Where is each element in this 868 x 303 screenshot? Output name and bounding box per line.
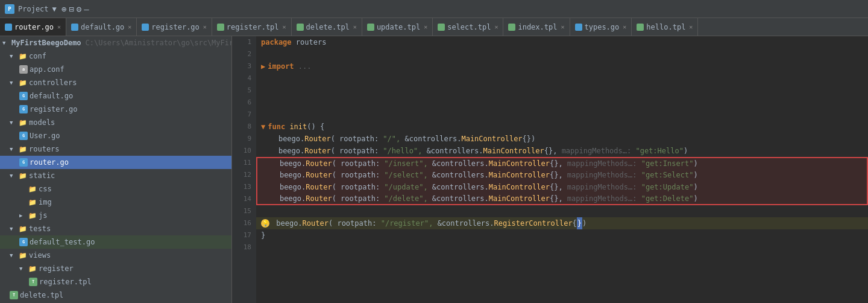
sidebar-item-app-conf[interactable]: a app.conf xyxy=(0,63,231,76)
tab-delete-tpl[interactable]: delete.tpl ✕ xyxy=(292,18,362,36)
tab-label-router-go: router.go xyxy=(14,23,54,31)
tab-icon-register-go xyxy=(142,24,149,31)
sidebar-item-register-folder[interactable]: ▼ 📁 register xyxy=(0,262,231,275)
tab-default-go[interactable]: default.go ✕ xyxy=(66,18,137,36)
sidebar-item-default-test-go[interactable]: G default_test.go xyxy=(0,235,231,249)
tab-icon-default-go xyxy=(71,24,78,31)
tab-icon-delete-tpl xyxy=(297,24,304,31)
tab-update-tpl[interactable]: update.tpl ✕ xyxy=(362,18,433,36)
tab-select-tpl[interactable]: select.tpl ✕ xyxy=(433,18,503,36)
tab-close-delete-tpl[interactable]: ✕ xyxy=(353,24,357,30)
sidebar-item-conf[interactable]: ▼ 📁 conf xyxy=(0,49,231,63)
tab-close-index-tpl[interactable]: ✕ xyxy=(561,24,564,30)
routers-chevron: ▼ xyxy=(10,146,17,152)
delete-tpl-icon: T xyxy=(10,291,18,299)
tab-close-router-go[interactable]: ✕ xyxy=(57,24,61,30)
line-num-16: 16 xyxy=(237,217,251,229)
tab-close-default-go[interactable]: ✕ xyxy=(128,24,131,30)
sidebar-item-router-go[interactable]: G router.go xyxy=(0,156,231,169)
tab-icon-register-tpl xyxy=(217,24,224,31)
tab-close-hello-tpl[interactable]: ✕ xyxy=(689,24,693,30)
project-text: Project xyxy=(18,5,49,13)
line-num-13: 13 xyxy=(237,181,251,193)
sidebar-item-register-tpl[interactable]: T register.tpl xyxy=(0,275,231,289)
code-line-4 xyxy=(256,72,868,85)
sidebar-item-routers[interactable]: ▼ 📁 routers xyxy=(0,142,231,156)
project-dropdown-icon[interactable]: ▼ xyxy=(52,5,57,13)
default-test-go-label: default_test.go xyxy=(30,238,95,246)
tab-router-go[interactable]: router.go ✕ xyxy=(0,18,66,36)
router-9: Router xyxy=(304,133,330,145)
code-line-15 xyxy=(256,205,868,217)
tab-register-go[interactable]: register.go ✕ xyxy=(137,18,212,36)
sidebar-item-default-go[interactable]: G default.go xyxy=(0,89,231,103)
tests-label: tests xyxy=(29,225,51,233)
conf-folder-icon: 📁 xyxy=(19,53,27,60)
collapse-import[interactable]: ▶ xyxy=(261,60,265,72)
collapse-func[interactable]: ▼ xyxy=(261,121,265,133)
tab-icon-types-go xyxy=(575,24,582,31)
register-folder-label: register xyxy=(39,264,74,273)
line-num-9: 9 xyxy=(237,133,251,145)
tab-close-select-tpl[interactable]: ✕ xyxy=(494,24,498,30)
code-editor[interactable]: 1 2 3 4 5 6 7 8 9 10 11 12 13 14 15 16 1… xyxy=(232,36,868,303)
tab-types-go[interactable]: types.go ✕ xyxy=(570,18,632,36)
sidebar-item-js[interactable]: ▶ 📁 js xyxy=(0,209,231,222)
css-label: css xyxy=(39,185,52,193)
action-add-icon[interactable]: ⊕ xyxy=(61,4,66,14)
img-folder-icon: 📁 xyxy=(28,199,37,206)
js-chevron: ▶ xyxy=(19,212,27,218)
code-line-6 xyxy=(256,97,868,109)
tab-close-register-go[interactable]: ✕ xyxy=(203,24,207,30)
code-line-14: beego.Router( rootpath: "/delete", &cont… xyxy=(256,193,868,205)
line-num-1: 1 xyxy=(237,36,251,48)
controllers-folder-icon: 📁 xyxy=(19,79,27,87)
line-num-8: 8 xyxy=(237,121,251,133)
code-line-13: beego.Router( rootpath: "/update", &cont… xyxy=(256,181,868,193)
line-num-3: 3 xyxy=(237,60,251,72)
tab-close-register-tpl[interactable]: ✕ xyxy=(283,24,286,30)
line-num-7: 7 xyxy=(237,109,251,121)
bulb-icon[interactable]: 💡 xyxy=(261,219,269,228)
tab-close-types-go[interactable]: ✕ xyxy=(623,24,626,30)
sidebar-root[interactable]: ▼ MyFirstBeegoDemo C:\Users\Aministrator… xyxy=(0,36,231,49)
line-num-5: 5 xyxy=(237,85,251,97)
sidebar-item-delete-tpl[interactable]: T delete.tpl xyxy=(0,289,231,302)
param-rootpath-9: rootpath: xyxy=(339,133,379,145)
tab-label-hello-tpl: hello.tpl xyxy=(646,23,685,31)
action-minimize-icon[interactable]: — xyxy=(84,4,89,14)
sidebar-item-css[interactable]: ▼ 📁 css xyxy=(0,182,231,196)
tab-label-update-tpl: update.tpl xyxy=(377,23,420,31)
views-chevron: ▼ xyxy=(10,252,17,258)
title-bar: P Project ▼ ⊕ ⊟ ⚙ — xyxy=(0,0,868,18)
tab-register-tpl[interactable]: register.tpl ✕ xyxy=(212,18,292,36)
sidebar-item-models[interactable]: ▼ 📁 models xyxy=(0,116,231,129)
sidebar-item-views[interactable]: ▼ 📁 views xyxy=(0,249,231,262)
tab-icon-select-tpl xyxy=(438,24,445,31)
sidebar-item-controllers[interactable]: ▼ 📁 controllers xyxy=(0,76,231,89)
line-num-4: 4 xyxy=(237,72,251,85)
code-line-18 xyxy=(256,241,868,254)
conf-label: conf xyxy=(29,52,46,60)
sidebar-item-register-go[interactable]: G register.go xyxy=(0,103,231,116)
sidebar-item-tests[interactable]: ▼ 📁 tests xyxy=(0,222,231,235)
controllers-label: controllers xyxy=(29,78,77,87)
root-path: C:\Users\Aministrator\go\src\MyFirst... xyxy=(86,39,232,47)
register-tpl-icon: T xyxy=(29,278,37,286)
register-go-icon: G xyxy=(19,105,28,113)
action-remove-icon[interactable]: ⊟ xyxy=(69,4,74,14)
tab-close-update-tpl[interactable]: ✕ xyxy=(424,24,427,30)
sidebar-item-static[interactable]: ▼ 📁 static xyxy=(0,169,231,182)
action-settings-icon[interactable]: ⚙ xyxy=(77,4,81,14)
kw-func: func xyxy=(268,121,285,133)
routers-folder-icon: 📁 xyxy=(19,145,27,153)
code-content[interactable]: package routers ▶ import ... ▼ fun xyxy=(256,36,868,303)
beego-9: beego xyxy=(278,133,300,145)
tab-hello-tpl[interactable]: hello.tpl ✕ xyxy=(632,18,698,36)
sidebar-item-img[interactable]: ▼ 📁 img xyxy=(0,196,231,209)
tab-index-tpl[interactable]: index.tpl ✕ xyxy=(503,18,570,36)
routers-label: routers xyxy=(29,145,60,153)
sidebar-item-user-go[interactable]: G User.go xyxy=(0,129,231,142)
tab-label-index-tpl: index.tpl xyxy=(518,23,557,31)
img-label: img xyxy=(39,198,52,206)
